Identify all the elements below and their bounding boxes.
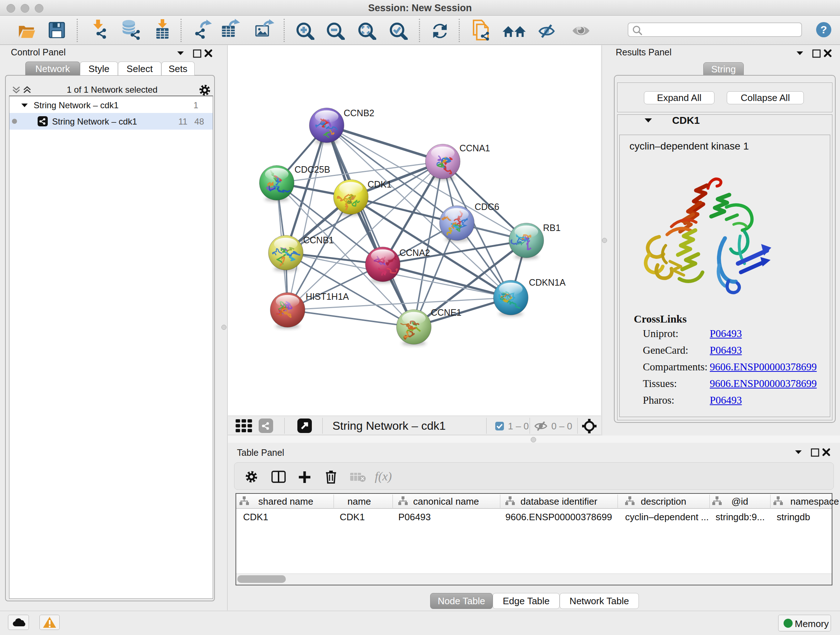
svg-text:HIST1H1A: HIST1H1A (306, 291, 349, 302)
svg-text:CCNA1: CCNA1 (459, 143, 490, 153)
svg-text:CDC6: CDC6 (475, 202, 499, 212)
svg-text:CCNB2: CCNB2 (344, 108, 374, 118)
svg-text:CCNA2: CCNA2 (399, 248, 430, 258)
svg-text:CDK1: CDK1 (368, 179, 392, 189)
svg-text:CCNB1: CCNB1 (303, 235, 334, 245)
svg-text:CCNE1: CCNE1 (431, 307, 462, 318)
svg-text:CDKN1A: CDKN1A (529, 277, 566, 287)
svg-text:RB1: RB1 (543, 223, 561, 233)
svg-text:CDC25B: CDC25B (294, 165, 330, 174)
